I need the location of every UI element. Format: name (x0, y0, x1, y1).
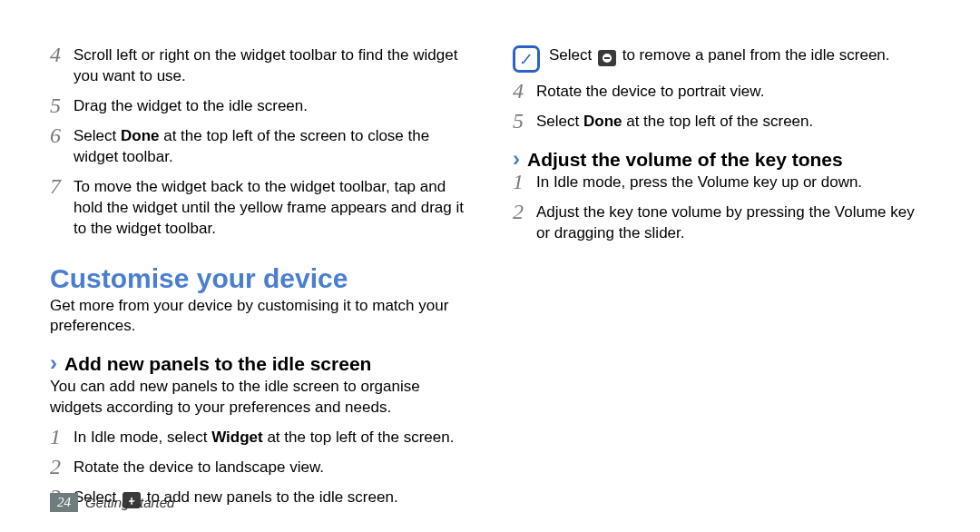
subheading-add-panels: › Add new panels to the idle screen (50, 353, 467, 375)
step-text: Select Done at the top left of the scree… (536, 112, 930, 133)
step-v1: 1 In Idle mode, press the Volume key up … (513, 172, 930, 193)
step-text: Adjust the key tone volume by pressing t… (536, 202, 930, 244)
subheading-text: Adjust the volume of the key tones (527, 149, 843, 171)
note-row: Select to remove a panel from the idle s… (513, 45, 930, 73)
step-text: Scroll left or right on the widget toolb… (74, 45, 467, 87)
step-text: Select Done at the top left of the scree… (74, 126, 467, 168)
step-text: In Idle mode, press the Volume key up or… (536, 172, 930, 193)
step-number: 2 (50, 456, 74, 478)
page-number: 24 (50, 493, 78, 512)
step-text: Drag the widget to the idle screen. (74, 96, 467, 117)
section-intro: Get more from your device by customising… (50, 296, 467, 338)
subheading-intro: You can add new panels to the idle scree… (50, 377, 467, 419)
subheading-text: Add new panels to the idle screen (64, 353, 371, 375)
step-5: 5 Drag the widget to the idle screen. (50, 96, 467, 117)
manual-page: 4 Scroll left or right on the widget too… (0, 0, 980, 532)
step-number: 4 (50, 44, 74, 65)
bold-word: Done (121, 127, 160, 144)
step-number: 6 (50, 124, 74, 146)
step-r4: 4 Rotate the device to portrait view. (513, 82, 930, 103)
step-number: 2 (513, 201, 536, 222)
section-heading-customise: Customise your device (50, 263, 467, 294)
step-number: 1 (50, 426, 74, 448)
subheading-volume: › Adjust the volume of the key tones (513, 149, 930, 171)
step-number: 5 (513, 110, 536, 132)
step-v2: 2 Adjust the key tone volume by pressing… (513, 202, 930, 244)
step-r2: 2 Rotate the device to landscape view. (50, 458, 467, 478)
step-text: Rotate the device to landscape view. (74, 458, 467, 478)
page-footer: 24 Getting started (50, 493, 174, 512)
step-number: 7 (50, 175, 74, 197)
step-number: 1 (513, 171, 536, 192)
chevron-right-icon: › (50, 352, 57, 374)
step-4: 4 Scroll left or right on the widget too… (50, 45, 467, 87)
step-r1: 1 In Idle mode, select Widget at the top… (50, 428, 467, 448)
step-6: 6 Select Done at the top left of the scr… (50, 126, 467, 168)
note-text: Select to remove a panel from the idle s… (549, 45, 890, 66)
chevron-right-icon: › (513, 148, 520, 170)
minus-icon (598, 50, 616, 66)
step-r5: 5 Select Done at the top left of the scr… (513, 112, 930, 133)
step-number: 5 (50, 94, 74, 116)
note-icon (513, 45, 540, 73)
footer-section: Getting started (85, 495, 174, 510)
step-number: 4 (513, 80, 536, 102)
step-text: To move the widget back to the widget to… (74, 177, 467, 240)
bold-word: Widget (211, 429, 263, 446)
bold-word: Done (583, 113, 622, 130)
step-text: In Idle mode, select Widget at the top l… (74, 428, 467, 448)
step-7: 7 To move the widget back to the widget … (50, 177, 467, 240)
step-text: Rotate the device to portrait view. (536, 82, 930, 103)
